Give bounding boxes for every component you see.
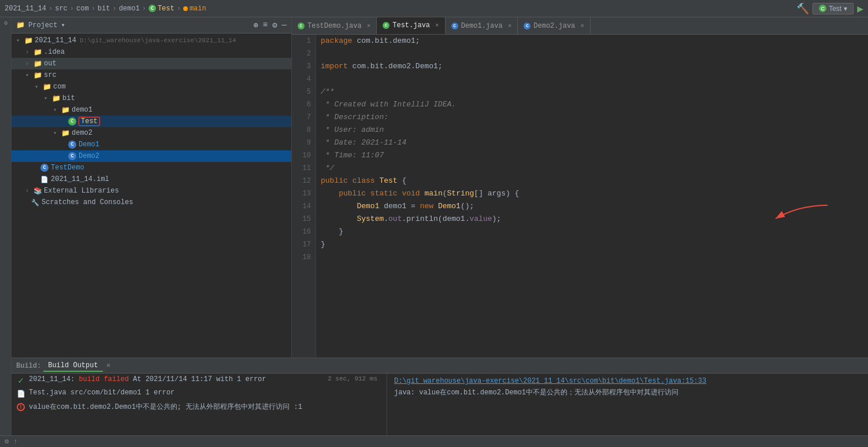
tree-com[interactable]: ▾ 📁 com <box>12 81 291 93</box>
com-folder-icon: 📁 <box>42 82 51 91</box>
code-line-6: * Created with IntelliJ IDEA. <box>321 98 863 111</box>
sidebar-header: 📁 Project ▾ ⊕ ≡ ⚙ — <box>12 17 291 34</box>
breadcrumb-bit[interactable]: bit <box>98 5 110 13</box>
locate-file-icon[interactable]: ⊕ <box>253 20 258 30</box>
sidebar-settings-icon[interactable]: ⚙ <box>272 20 277 30</box>
error-status-icon: ! <box>16 402 25 412</box>
tab-demo2[interactable]: C Demo2.java × <box>518 17 591 34</box>
tab-testdemo-label: TestDemo.java <box>307 22 362 30</box>
tree-ext-libs[interactable]: › 📚 External Libraries <box>12 185 291 197</box>
line-5: ⊟5 <box>296 86 311 98</box>
line-2: 2 <box>296 47 311 60</box>
testjava-text: Test.java src/com/bit/demo1 1 error <box>29 389 382 397</box>
tree-demo1[interactable]: ▾ 📁 demo1 <box>12 104 291 116</box>
tree-iml[interactable]: 📄 2021_11_14.iml <box>12 173 291 185</box>
run-button[interactable]: ▶ <box>857 2 863 15</box>
line-8: 8 <box>296 124 311 136</box>
line-14: 14 <box>296 200 311 213</box>
build-panel: Build: Build Output × ✓ 2021_11_14: buil… <box>12 357 868 435</box>
error-file-link[interactable]: D:\git_warehouse\java-exercise\2021_11_1… <box>394 377 861 385</box>
line-16: ⊟16 <box>296 226 311 238</box>
line-18: 18 <box>296 251 311 264</box>
breadcrumb-src[interactable]: src <box>55 5 68 13</box>
demo1-arrow: ▾ <box>51 106 59 113</box>
root-arrow: ▾ <box>14 37 22 44</box>
editor-area: C TestDemo.java × C Test.java × C Demo1.… <box>292 17 868 357</box>
root-path: D:\git_warehouse\java-exercise\2021_11_1… <box>80 37 236 44</box>
tree-root[interactable]: ▾ 📁 2021_11_14 D:\git_warehouse\java-exe… <box>12 35 291 46</box>
tab-test[interactable]: C Test.java × <box>377 17 445 34</box>
sidebar-chevron[interactable]: ▾ <box>61 21 65 29</box>
tree-TestDemo[interactable]: C TestDemo <box>12 162 291 173</box>
build-item-error[interactable]: ! value在com.bit.demo2.Demo1中不是公共的; 无法从外部… <box>12 400 387 413</box>
build-tab-close[interactable]: × <box>106 361 111 370</box>
error-detail-text: java: value在com.bit.demo2.Demo1中不是公共的；无法… <box>394 387 861 397</box>
tree-scratches[interactable]: 🔧 Scratches and Consoles <box>12 197 291 208</box>
tree-Demo1[interactable]: C Demo1 <box>12 139 291 150</box>
tree-bit[interactable]: ▾ 📁 bit <box>12 93 291 104</box>
tab-test-label: Test.java <box>392 21 430 29</box>
tree-test[interactable]: C Test <box>12 116 291 127</box>
tab-demo1-close[interactable]: × <box>508 23 512 29</box>
collapse-all-icon[interactable]: ≡ <box>263 20 268 30</box>
code-content[interactable]: package com.bit.demo1; import com.bit.de… <box>316 35 868 357</box>
line-1: 1 <box>296 35 311 47</box>
code-line-15: System.out.println(demo1.value); <box>321 213 863 226</box>
run-config-button[interactable]: C Test ▾ <box>813 3 854 14</box>
left-strip: ⚙ <box>0 17 12 435</box>
ext-arrow: › <box>23 188 31 194</box>
tab-test-close[interactable]: × <box>435 22 439 29</box>
top-bar: 2021_11_14 › src › com › bit › demo1 › C… <box>0 0 868 17</box>
tab-testdemo[interactable]: C TestDemo.java × <box>292 17 377 34</box>
breadcrumb-main[interactable]: main <box>183 5 206 13</box>
build-item-failed[interactable]: ✓ 2021_11_14: build failed At 2021/11/14… <box>12 374 387 387</box>
idea-arrow: › <box>23 49 31 56</box>
line-6: 6 <box>296 98 311 111</box>
java-file-icon: 📄 <box>17 390 25 398</box>
root-label: 2021_11_14 <box>35 36 76 45</box>
build-project-name: 2021_11_14: <box>29 375 79 383</box>
breadcrumb-com[interactable]: com <box>76 5 89 13</box>
tree-src[interactable]: ▾ 📁 src <box>12 69 291 81</box>
tree-idea[interactable]: › 📁 .idea <box>12 46 291 58</box>
code-line-14: Demo1 demo1 = new Demo1(); <box>321 200 863 213</box>
tree-Demo2[interactable]: C Demo2 <box>12 150 291 162</box>
run-config-chevron: ▾ <box>844 5 847 13</box>
breadcrumb-2021[interactable]: 2021_11_14 <box>5 5 46 13</box>
build-item-testjava[interactable]: 📄 Test.java src/com/bit/demo1 1 error <box>12 387 387 400</box>
code-line-1: package com.bit.demo1; <box>321 35 863 47</box>
code-editor[interactable]: 1 2 3 4 ⊟5 6 7 8 9 10 11 ▶12 ▶13 14 <box>292 35 868 357</box>
Demo1-label: Demo1 <box>79 141 99 149</box>
tree-out[interactable]: › 📁 out <box>12 58 291 69</box>
build-output-tab[interactable]: Build Output <box>43 360 102 372</box>
breadcrumb-test-label: Test <box>158 5 175 13</box>
sidebar-close-icon[interactable]: — <box>282 20 287 30</box>
build-hammer-icon[interactable]: 🔨 <box>796 2 809 15</box>
tab-testdemo-close[interactable]: × <box>367 23 371 29</box>
bottom-up-icon[interactable]: ↑ <box>13 438 17 446</box>
test-label: Test <box>79 117 100 126</box>
scratches-icon: 🔧 <box>31 198 40 207</box>
sidebar-title: 📁 Project ▾ <box>16 21 65 29</box>
tab-demo1-label: Demo1.java <box>461 22 503 30</box>
line-11: 11 <box>296 162 311 175</box>
build-content: ✓ 2021_11_14: build failed At 2021/11/14… <box>12 374 868 435</box>
breadcrumb-demo1[interactable]: demo1 <box>119 5 140 13</box>
left-strip-icon1[interactable]: ⚙ <box>2 20 9 26</box>
bottom-settings-icon[interactable]: ⚙ <box>5 437 9 446</box>
tab-demo2-close[interactable]: × <box>580 23 584 29</box>
tab-demo1[interactable]: C Demo1.java × <box>446 17 518 34</box>
tree-demo2[interactable]: ▾ 📁 demo2 <box>12 127 291 139</box>
line-4: 4 <box>296 73 311 86</box>
sidebar-title-label: Project <box>28 21 57 29</box>
out-label: out <box>44 60 57 68</box>
idea-folder-icon: 📁 <box>33 47 42 57</box>
build-status-text: build failed <box>79 375 128 383</box>
testdemo-tab-icon: C <box>298 23 305 29</box>
sidebar-folder-icon: 📁 <box>16 21 25 29</box>
code-line-9: * Date: 2021-11-14 <box>321 136 863 149</box>
iml-icon: 📄 <box>40 175 49 184</box>
code-line-2 <box>321 47 863 60</box>
line-10: 10 <box>296 149 311 162</box>
breadcrumb-test[interactable]: C Test <box>149 5 175 13</box>
